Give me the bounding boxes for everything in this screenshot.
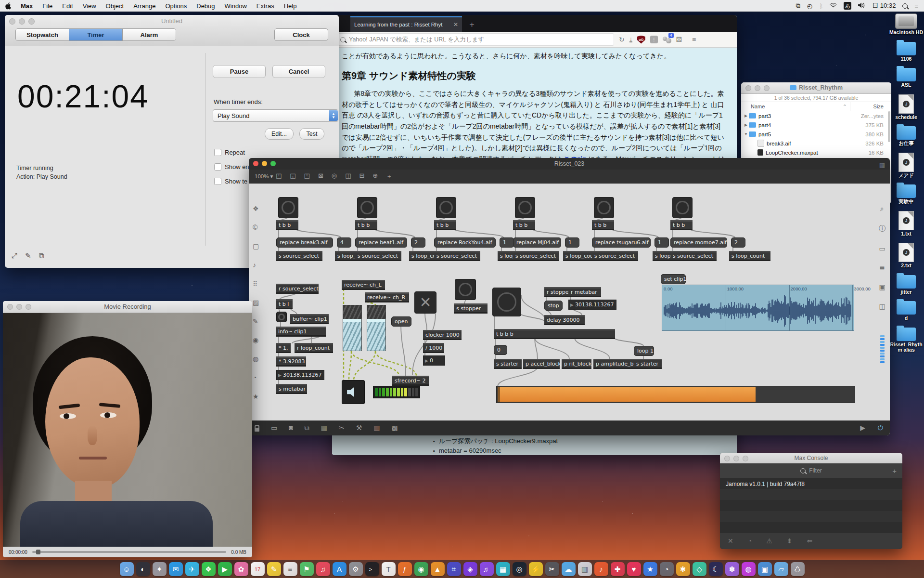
max-bang-button[interactable] <box>276 312 287 322</box>
max-bang-button[interactable] <box>515 197 535 218</box>
desktop-icon-macintosh-hd[interactable]: Macintosh HD <box>889 13 923 36</box>
max-bang-button[interactable] <box>436 197 456 218</box>
attach-icon[interactable]: ✎ <box>253 317 259 325</box>
menu-hamburger-icon[interactable]: ≡ <box>692 36 696 43</box>
desktop-icon-d[interactable]: d <box>889 301 923 321</box>
max-message-set-clip1[interactable]: set clip1 <box>661 274 686 284</box>
max-message-4[interactable]: 4 <box>337 237 351 248</box>
dock-icon-17[interactable]: ƒ <box>398 562 412 576</box>
menu-item-extras[interactable]: Extras <box>252 2 279 10</box>
max-message-replace-momoe7-aif[interactable]: replace momoe7.aif <box>670 237 727 248</box>
collapse-icon[interactable]: ⊟ <box>359 172 364 181</box>
max-object-buffer-clip1[interactable]: buffer~ clip1 <box>290 314 329 324</box>
dock-icon-36[interactable]: ☾ <box>709 562 723 576</box>
dock-icon-26[interactable]: ✂ <box>545 562 559 576</box>
speaker-icon[interactable]: ◉ <box>253 336 259 344</box>
repeat-checkbox[interactable]: Repeat <box>214 149 245 156</box>
window-controls[interactable] <box>253 161 276 166</box>
table-row[interactable]: ▶part3Zer...ytes <box>741 111 891 120</box>
dock-icon-0[interactable]: ☺ <box>120 562 134 576</box>
audio-output-dac[interactable] <box>342 380 365 404</box>
max-object-s-source-select[interactable]: s source_select <box>592 251 638 261</box>
dock-icon-15[interactable]: >_ <box>365 562 379 576</box>
max-object-r-loop-count[interactable]: r loop_count <box>295 343 333 353</box>
max-message-open[interactable]: open <box>391 316 411 327</box>
select-icon[interactable]: ▭ <box>271 424 277 432</box>
add-object-icon[interactable]: ⊕ <box>372 172 378 181</box>
dock-icon-6[interactable]: ▶ <box>218 562 232 576</box>
show-time-checkbox[interactable]: Show te <box>214 178 247 185</box>
max-message-replace-RockYou4-aif[interactable]: replace RockYou4.aif <box>434 237 496 248</box>
max-number-box-30138-113267[interactable]: ▶30138.113267 <box>568 300 616 310</box>
level-meter[interactable] <box>367 305 386 351</box>
dock-icon-35[interactable]: ◇ <box>693 562 706 576</box>
snip-icon[interactable]: ✂ <box>339 424 345 432</box>
dock-icon-33[interactable]: ◔ <box>660 562 674 576</box>
menu-item-help[interactable]: Help <box>279 2 302 10</box>
max-object-s-loop-count[interactable]: s loop_count <box>729 251 770 261</box>
comment-icon[interactable]: ◳ <box>304 172 310 181</box>
edit-pencil-icon[interactable]: ✎ <box>25 251 31 260</box>
timer-action-popup[interactable]: Play Sound ▲▼ <box>213 109 338 122</box>
notification-center-icon[interactable]: ≡ <box>914 2 918 10</box>
extension-balls-icon[interactable]: 4 <box>663 36 671 43</box>
max-bang-button[interactable] <box>455 279 476 300</box>
dock-icon-11[interactable]: ⚑ <box>300 562 314 576</box>
dock-icon-5[interactable]: ❖ <box>202 562 216 576</box>
scrubber-knob[interactable] <box>36 550 40 554</box>
desktop-icon-1-txt[interactable]: J1.txt <box>889 211 923 237</box>
volume-icon[interactable] <box>858 2 865 10</box>
table-row[interactable]: ▶part4375 KB <box>741 120 891 130</box>
desktop-icon-risset-rhythm-alias[interactable]: Risset_Rhythm alias <box>889 328 923 353</box>
new-tab-button[interactable]: ＋ <box>468 19 476 30</box>
max-object-t-b-b[interactable]: t b b <box>355 220 377 230</box>
pattern-icon[interactable]: ▩ <box>391 424 398 432</box>
max-object-p-accel-block[interactable]: p accel_block <box>523 359 560 369</box>
max-object-sfrecord-2[interactable]: sfrecord~ 2 <box>392 376 429 386</box>
window-controls[interactable] <box>7 304 31 310</box>
record-icon[interactable]: ◍ <box>253 355 259 363</box>
target-icon[interactable]: ◎ <box>332 172 337 181</box>
menu-item-arrange[interactable]: Arrange <box>128 2 160 10</box>
max-object-s-source-select[interactable]: s source_select <box>670 251 717 261</box>
apple-menu[interactable] <box>0 2 16 10</box>
stack-icon[interactable]: ◫ <box>345 172 351 181</box>
dock-icon-37[interactable]: ✽ <box>725 562 739 576</box>
max-object-clocker-1000[interactable]: clocker 1000 <box>423 330 462 340</box>
test-sound-button[interactable]: Test <box>299 128 324 140</box>
dock-icon-8[interactable]: 17 <box>251 562 265 576</box>
max-bang-button[interactable] <box>357 197 377 218</box>
tab-alarm[interactable]: Alarm <box>123 29 176 40</box>
clock-icon[interactable]: ◔ <box>253 374 259 381</box>
max-object-s-source-select[interactable]: s source_select <box>434 251 480 261</box>
back-icon[interactable]: ⇐ <box>807 537 813 545</box>
add-filter-icon[interactable]: + <box>892 467 897 475</box>
max-object-s-source-select[interactable]: s source_select <box>276 251 322 261</box>
dock-icon-18[interactable]: ◉ <box>414 562 428 576</box>
max-object-r-source-select[interactable]: r source_select <box>276 284 319 294</box>
desktop-icon--[interactable]: お仕事 <box>889 126 923 146</box>
dock-icon-20[interactable]: ⌗ <box>447 562 461 576</box>
windows-icon[interactable]: ⧉ <box>305 424 309 432</box>
max-object-p-rit-block[interactable]: p rit_block <box>562 359 591 369</box>
max-object-s-starter[interactable]: s starter <box>634 359 662 369</box>
menu-item-object[interactable]: Object <box>101 2 129 10</box>
dock-icon-32[interactable]: ★ <box>643 562 657 576</box>
desktop-icon-jitter[interactable]: jitter <box>889 275 923 295</box>
dock-icon-34[interactable]: ✱ <box>676 562 690 576</box>
table-row[interactable]: LoopChecker.maxpat16 KB <box>741 148 891 157</box>
max-object-t-b-b[interactable]: t b b <box>276 220 298 230</box>
finder-column-headers[interactable]: Name ⌃ Size <box>741 102 891 111</box>
history-icon[interactable]: ◔ <box>748 537 752 545</box>
desktop-icon-asl[interactable]: ASL <box>889 68 923 88</box>
tab-stopwatch[interactable]: Stopwatch <box>16 29 69 40</box>
desktop-icon--[interactable]: Jメアド <box>889 153 923 179</box>
browser-tab[interactable]: Learning from the past : Risset Rhyt ✕ <box>350 16 462 32</box>
max-object-s-source-select[interactable]: s source_select <box>355 251 401 261</box>
window-controls[interactable] <box>745 85 770 91</box>
table-row[interactable]: ▼part5380 KB <box>741 130 891 139</box>
new-icon[interactable]: ＋ <box>386 172 392 181</box>
disclosure-icon[interactable]: ▶ <box>743 123 749 127</box>
copyright-icon[interactable]: © <box>253 223 259 231</box>
view-split-icon[interactable]: ◰ <box>276 172 282 181</box>
